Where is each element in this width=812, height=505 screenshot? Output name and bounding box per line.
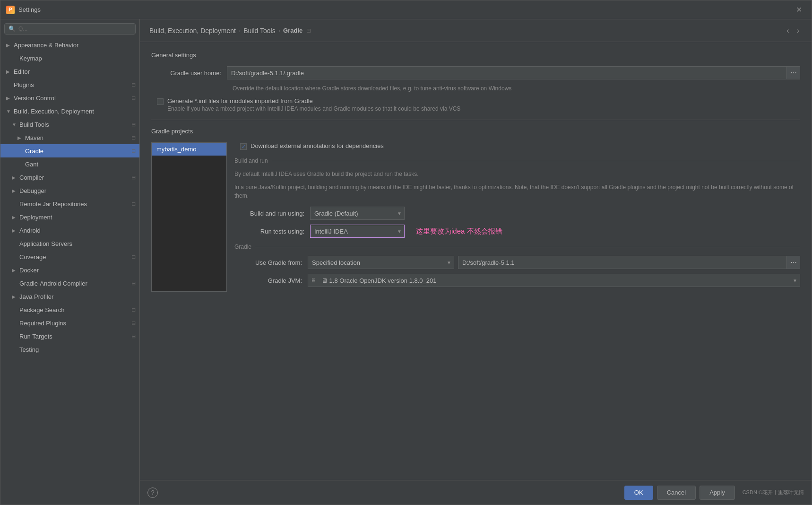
ps-settings-icon: ⊟ xyxy=(131,307,136,313)
sidebar-item-build-execution[interactable]: ▼ Build, Execution, Deployment xyxy=(0,104,139,118)
build-run-desc1: By default IntelliJ IDEA uses Gradle to … xyxy=(234,170,800,178)
nav-label-rt: Run Targets xyxy=(19,333,130,340)
nav-arrow-compiler: ▶ xyxy=(12,175,18,180)
sidebar-item-gant[interactable]: Gant xyxy=(0,157,139,171)
close-button[interactable]: ✕ xyxy=(792,3,806,16)
nav-label-android: Android xyxy=(19,227,136,234)
nav-label-rj: Remote Jar Repositories xyxy=(19,200,130,208)
download-annotations-checkbox[interactable] xyxy=(240,143,247,150)
use-gradle-dropdown[interactable]: Specified location Wrapper Local Gradle … xyxy=(308,256,454,269)
breadcrumb-nav: ‹ › xyxy=(784,26,802,36)
project-settings: Download external annotations for depend… xyxy=(234,142,800,292)
title-bar: P Settings ✕ xyxy=(0,0,812,19)
breadcrumb-sep1: › xyxy=(239,27,241,34)
gradle-path-folder-btn[interactable]: ⋯ xyxy=(787,256,800,269)
use-gradle-row: Use Gradle from: Specified location Wrap… xyxy=(234,256,800,269)
help-button[interactable]: ? xyxy=(147,488,158,498)
gradle-user-home-folder-btn[interactable]: ⋯ xyxy=(787,66,800,79)
sidebar-item-appearance[interactable]: ▶ Appearance & Behavior xyxy=(0,38,139,52)
nav-back-button[interactable]: ‹ xyxy=(784,26,792,36)
build-run-desc2: In a pure Java/Kotlin project, building … xyxy=(234,183,800,200)
nav-arrow-vc: ▶ xyxy=(6,96,13,101)
settings-body: General settings Gradle user home: ⋯ Ove… xyxy=(140,42,812,480)
nav-label-keymap: Keymap xyxy=(19,55,136,62)
build-run-using-row: Build and run using: Gradle (Default) In… xyxy=(234,207,800,220)
separator-1 xyxy=(151,120,800,120)
settings-window: P Settings ✕ 🔍 ▶ Appearance & Behavior K… xyxy=(0,0,812,505)
nav-label-rp: Required Plugins xyxy=(19,320,130,327)
sidebar-item-debugger[interactable]: ▶ Debugger xyxy=(0,184,139,197)
sidebar-item-package-search[interactable]: Package Search ⊟ xyxy=(0,303,139,316)
nav-arrow-editor: ▶ xyxy=(6,69,13,74)
sidebar-item-testing[interactable]: Testing xyxy=(0,343,139,356)
sidebar-item-java-profiler[interactable]: ▶ Java Profiler xyxy=(0,290,139,303)
apply-button[interactable]: Apply xyxy=(700,486,735,500)
sidebar: 🔍 ▶ Appearance & Behavior Keymap ▶ Edito… xyxy=(0,19,140,505)
rp-settings-icon: ⊟ xyxy=(131,320,136,326)
nav-label-vc: Version Control xyxy=(14,95,130,102)
window-title: Settings xyxy=(18,6,792,13)
nav-label-jp: Java Profiler xyxy=(19,293,136,300)
build-run-dropdown-wrap: Gradle (Default) IntelliJ IDEA ▼ xyxy=(310,207,405,220)
bt-settings-icon: ⊟ xyxy=(131,122,136,128)
generate-iml-checkbox-wrap[interactable] xyxy=(157,98,167,105)
bottom-actions: OK Cancel Apply xyxy=(624,486,735,500)
nav-arrow-jp: ▶ xyxy=(12,294,18,299)
gradle-jvm-dropdown-wrap: 🖥 1.8 Oracle OpenJDK version 1.8.0_201 ▼… xyxy=(308,274,800,287)
gradle-projects-title: Gradle projects xyxy=(151,128,800,135)
sidebar-item-gradle[interactable]: Gradle ⊟ xyxy=(0,144,139,157)
sidebar-item-gradle-android[interactable]: Gradle-Android Compiler ⊟ xyxy=(0,277,139,290)
gradle-jvm-dropdown[interactable]: 🖥 1.8 Oracle OpenJDK version 1.8.0_201 xyxy=(308,274,800,287)
nav-label-compiler: Compiler xyxy=(19,174,130,181)
build-run-dropdown[interactable]: Gradle (Default) IntelliJ IDEA xyxy=(310,207,405,220)
download-annotations-row: Download external annotations for depend… xyxy=(234,142,800,150)
nav-arrow-bt: ▼ xyxy=(12,122,18,127)
ga-settings-icon: ⊟ xyxy=(131,280,136,287)
sidebar-item-run-targets[interactable]: Run Targets ⊟ xyxy=(0,330,139,343)
nav-label-docker: Docker xyxy=(19,267,136,274)
generate-iml-checkbox[interactable] xyxy=(157,98,164,105)
cov-settings-icon: ⊟ xyxy=(131,254,136,260)
sidebar-item-remote-jar[interactable]: Remote Jar Repositories ⊟ xyxy=(0,197,139,210)
sidebar-item-deployment[interactable]: ▶ Deployment xyxy=(0,210,139,224)
sidebar-item-coverage[interactable]: Coverage ⊟ xyxy=(0,250,139,263)
nav-arrow-deploy: ▶ xyxy=(12,215,18,220)
search-input[interactable] xyxy=(18,26,131,32)
nav-label-editor: Editor xyxy=(14,68,136,75)
sidebar-item-required-plugins[interactable]: Required Plugins ⊟ xyxy=(0,316,139,330)
use-gradle-label: Use Gradle from: xyxy=(234,259,308,266)
sidebar-item-keymap[interactable]: Keymap xyxy=(0,52,139,65)
sidebar-item-app-servers[interactable]: Application Servers xyxy=(0,237,139,250)
gradle-user-home-hint: Override the default location where Grad… xyxy=(233,85,800,92)
download-annotations-label-wrap: Download external annotations for depend… xyxy=(251,142,800,149)
build-run-hr xyxy=(272,161,800,161)
sidebar-item-maven[interactable]: ▶ Maven ⊟ xyxy=(0,131,139,144)
nav-label-gant: Gant xyxy=(25,161,136,168)
nav-label-ps: Package Search xyxy=(19,306,130,313)
cancel-button[interactable]: Cancel xyxy=(657,486,696,500)
run-tests-using-row: Run tests using: IntelliJ IDEA Gradle ▼ xyxy=(234,225,800,238)
sidebar-item-android[interactable]: ▶ Android xyxy=(0,224,139,237)
gradle-user-home-input[interactable] xyxy=(227,66,787,79)
nav-label-build: Build, Execution, Deployment xyxy=(14,108,136,115)
project-item-mybatis[interactable]: mybatis_demo xyxy=(152,143,226,156)
run-tests-using-wrap: IntelliJ IDEA Gradle ▼ 这里要改为idea 不然会报错 xyxy=(310,225,502,238)
ok-button[interactable]: OK xyxy=(624,486,653,500)
sidebar-item-version-control[interactable]: ▶ Version Control ⊟ xyxy=(0,91,139,104)
sidebar-item-compiler[interactable]: ▶ Compiler ⊟ xyxy=(0,171,139,184)
run-tests-dropdown[interactable]: IntelliJ IDEA Gradle xyxy=(310,225,405,238)
sidebar-item-editor[interactable]: ▶ Editor xyxy=(0,65,139,78)
nav-arrow-android: ▶ xyxy=(12,228,18,233)
sidebar-item-plugins[interactable]: Plugins ⊟ xyxy=(0,78,139,91)
download-annotations-checkbox-wrap[interactable] xyxy=(240,143,251,150)
search-box[interactable]: 🔍 xyxy=(4,23,136,35)
nav-forward-button[interactable]: › xyxy=(794,26,802,36)
sidebar-item-build-tools[interactable]: ▼ Build Tools ⊟ xyxy=(0,118,139,131)
gradle-path-input[interactable] xyxy=(458,256,787,269)
generate-iml-row: Generate *.iml files for modules importe… xyxy=(151,97,800,112)
watermark-text: CSDN ©花开十里落叶无情 xyxy=(743,489,804,496)
sidebar-item-docker[interactable]: ▶ Docker xyxy=(0,263,139,277)
breadcrumb-bar: Build, Execution, Deployment › Build Too… xyxy=(140,19,812,42)
gradle-path-wrap: ⋯ xyxy=(458,256,800,269)
gradle-jvm-label: Gradle JVM: xyxy=(234,277,308,284)
